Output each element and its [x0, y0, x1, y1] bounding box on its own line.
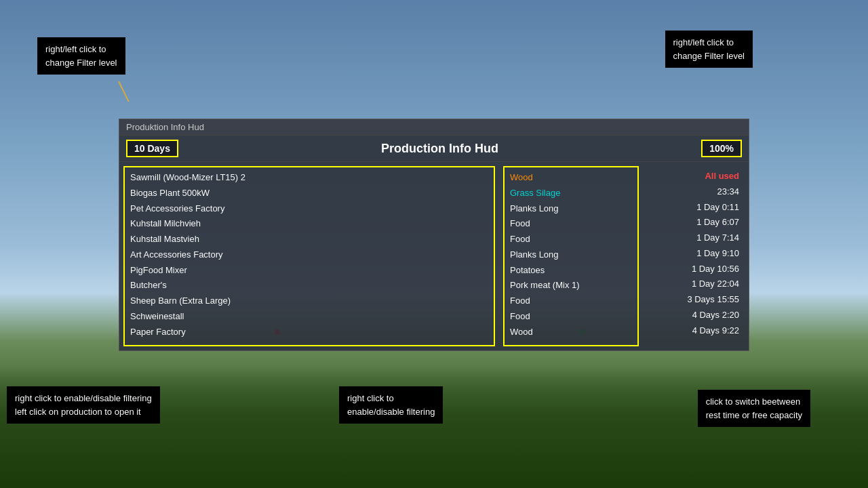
- production-item[interactable]: PigFood Mixer: [130, 263, 488, 279]
- output-item: Planks Long: [510, 201, 632, 217]
- hud-container: Produktion Info Hud 10 Days Production I…: [119, 119, 749, 351]
- outputs-column[interactable]: Wood Grass Silage Planks Long Food Food …: [503, 166, 639, 346]
- hud-body: Sawmill (Wood-Mizer LT15) 2 Biogas Plant…: [119, 162, 749, 350]
- time-item: 23:34: [648, 184, 739, 200]
- hud-title-bar: Produktion Info Hud: [119, 119, 749, 136]
- time-item: 1 Day 9:10: [648, 246, 739, 262]
- tooltip-bottom-left-text: right click to enable/disable filteringl…: [15, 393, 152, 417]
- filter-days-badge[interactable]: 10 Days: [126, 140, 178, 157]
- tooltip-top-right-text: right/left click tochange Filter level: [673, 37, 745, 61]
- time-item: 1 Day 10:56: [648, 262, 739, 277]
- output-item: Wood: [510, 325, 632, 340]
- production-item[interactable]: Kuhstall Mastvieh: [130, 232, 488, 247]
- times-column[interactable]: All used 23:34 1 Day 0:11 1 Day 6:07 1 D…: [643, 166, 745, 346]
- output-item: Wood: [510, 170, 632, 186]
- output-item: Food: [510, 232, 632, 247]
- time-item: 1 Day 22:04: [648, 277, 739, 292]
- production-item[interactable]: Pet Accessories Factory: [130, 201, 488, 217]
- tooltip-top-right: right/left click tochange Filter level: [665, 30, 753, 68]
- production-item[interactable]: Sheep Barn (Extra Large): [130, 293, 488, 309]
- production-item[interactable]: Kuhstall Milchvieh: [130, 216, 488, 232]
- output-item: Food: [510, 309, 632, 325]
- output-item: Grass Silage: [510, 186, 632, 201]
- output-item: Planks Long: [510, 247, 632, 263]
- tooltip-top-left: right/left click tochange Filter level: [37, 37, 125, 75]
- tooltip-bottom-left: right click to enable/disable filteringl…: [7, 386, 160, 424]
- tooltip-bottom-center: right click toenable/disable filtering: [339, 386, 443, 424]
- time-item: 4 Days 2:20: [648, 308, 739, 323]
- time-item: 4 Days 9:22: [648, 323, 739, 339]
- hud-header: 10 Days Production Info Hud 100%: [119, 136, 749, 162]
- time-item: 3 Days 15:55: [648, 292, 739, 308]
- times-header[interactable]: All used: [648, 169, 739, 184]
- tooltip-top-left-text: right/left click tochange Filter level: [45, 44, 117, 68]
- production-item[interactable]: Butcher's: [130, 278, 488, 293]
- trees-silhouette: [0, 366, 868, 488]
- time-item: 1 Day 0:11: [648, 200, 739, 216]
- production-item[interactable]: Sawmill (Wood-Mizer LT15) 2: [130, 170, 488, 186]
- tooltip-bottom-right-text: click to switch beetweenrest time or fre…: [706, 396, 802, 420]
- production-item[interactable]: Art Accessories Factory: [130, 247, 488, 263]
- productions-column[interactable]: Sawmill (Wood-Mizer LT15) 2 Biogas Plant…: [123, 166, 495, 346]
- time-item: 1 Day 7:14: [648, 230, 739, 246]
- time-item: 1 Day 6:07: [648, 215, 739, 230]
- output-item: Pork meat (Mix 1): [510, 278, 632, 293]
- hud-main-title: Production Info Hud: [381, 142, 498, 156]
- production-item[interactable]: Paper Factory: [130, 325, 488, 340]
- output-item: Food: [510, 293, 632, 309]
- output-item: Food: [510, 216, 632, 232]
- tooltip-bottom-right: click to switch beetweenrest time or fre…: [698, 390, 810, 427]
- production-item[interactable]: Schweinestall: [130, 309, 488, 325]
- filter-percent-badge[interactable]: 100%: [701, 140, 742, 157]
- hud-title-bar-text: Produktion Info Hud: [126, 122, 204, 132]
- production-item[interactable]: Biogas Plant 500kW: [130, 186, 488, 201]
- output-item: Potatoes: [510, 263, 632, 279]
- tooltip-bottom-center-text: right click toenable/disable filtering: [347, 393, 435, 417]
